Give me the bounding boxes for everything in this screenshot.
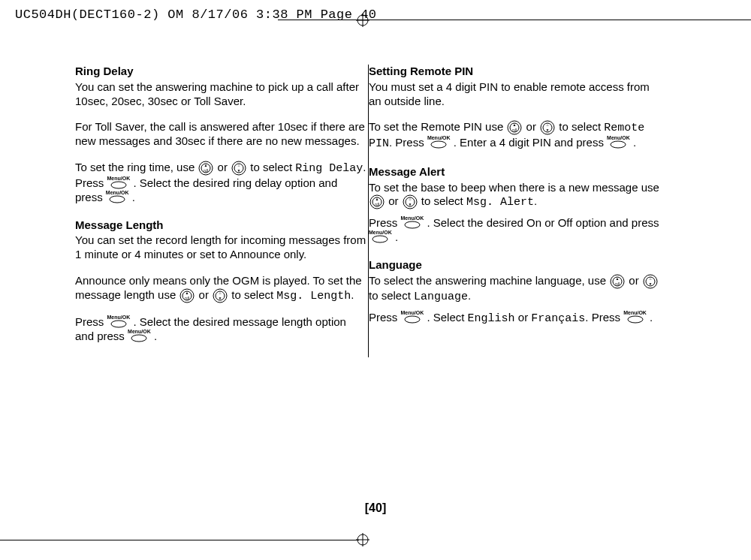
text: You can set the record length for incomi… bbox=[75, 233, 368, 262]
menu-ok-icon: Menu/OK bbox=[107, 315, 131, 328]
text: To set the Remote PIN use ▲rdl or ⌂▼ to … bbox=[369, 120, 662, 152]
menu-ok-icon: Menu/OK bbox=[427, 135, 451, 149]
text-run: Press bbox=[369, 311, 401, 324]
right-column: Setting Remote PIN You must set a 4 digi… bbox=[369, 65, 662, 357]
text-run: . Select the desired On or Off option an… bbox=[424, 216, 659, 229]
section-ring-delay: Ring Delay You can set the answering mac… bbox=[75, 65, 368, 205]
svg-point-44 bbox=[405, 221, 420, 228]
svg-point-24 bbox=[111, 321, 126, 327]
text: For Toll Saver, the call is answered aft… bbox=[75, 120, 368, 149]
text-run: to select bbox=[418, 194, 466, 207]
text-run: . bbox=[647, 311, 653, 324]
text: Press Menu/OK . Select the desired On or… bbox=[369, 216, 662, 245]
menu-ok-icon: Menu/OK bbox=[401, 310, 424, 324]
menu-ok-icon: Menu/OK bbox=[369, 230, 392, 243]
svg-text:▼: ▼ bbox=[408, 202, 412, 206]
svg-text:▼: ▼ bbox=[648, 282, 652, 286]
section-remote-pin: Setting Remote PIN You must set a 4 digi… bbox=[369, 65, 662, 152]
svg-point-35 bbox=[611, 141, 626, 148]
text: Press Menu/OK . Select the desired messa… bbox=[75, 315, 368, 344]
menu-option: Msg. Alert bbox=[466, 196, 534, 209]
svg-text:rdl: rdl bbox=[185, 296, 190, 300]
section-message-alert: Message Alert To set the base to beep wh… bbox=[369, 165, 662, 245]
menu-ok-icon: Menu/OK bbox=[623, 310, 647, 324]
section-language: Language To select the answering machine… bbox=[369, 258, 662, 326]
svg-text:rdl: rdl bbox=[204, 168, 209, 173]
page-number: [40] bbox=[0, 501, 751, 515]
menu-ok-icon: Menu/OK bbox=[401, 215, 424, 229]
text: To set the base to beep when there is a … bbox=[369, 181, 662, 211]
text-run: to select bbox=[228, 288, 276, 301]
text: You can set the answering machine to pic… bbox=[75, 80, 368, 109]
svg-point-15 bbox=[110, 196, 125, 203]
menu-ok-icon: Menu/OK bbox=[107, 176, 131, 189]
svg-text:rdl: rdl bbox=[513, 128, 517, 132]
svg-point-45 bbox=[372, 236, 388, 242]
svg-text:⌂: ⌂ bbox=[649, 276, 651, 281]
svg-text:⌂: ⌂ bbox=[409, 197, 411, 201]
svg-text:▲: ▲ bbox=[376, 197, 379, 201]
svg-text:⌂: ⌂ bbox=[219, 291, 222, 295]
left-column: Ring Delay You can set the answering mac… bbox=[75, 65, 368, 357]
text-run: or bbox=[214, 161, 231, 173]
heading-message-alert: Message Alert bbox=[369, 165, 662, 179]
text-run: or bbox=[195, 288, 212, 301]
down-icon: ⌂▼ bbox=[403, 194, 418, 209]
text-run: to select bbox=[247, 161, 295, 173]
svg-point-34 bbox=[431, 141, 446, 148]
text-run: or bbox=[523, 120, 539, 133]
text-run: . Enter a 4 digit PIN and press bbox=[451, 136, 607, 149]
svg-text:▲: ▲ bbox=[185, 291, 189, 295]
text-run: . Press bbox=[389, 136, 427, 149]
svg-point-54 bbox=[405, 316, 420, 323]
text-run: . bbox=[392, 230, 398, 243]
text: To set the ring time, use ▲rdl or ⌂▼ to … bbox=[75, 161, 368, 205]
svg-text:⌂: ⌂ bbox=[547, 122, 549, 127]
menu-option: Français bbox=[531, 312, 585, 325]
up-rdl-icon: ▲rdl bbox=[369, 194, 385, 209]
text-run: To set the Remote PIN use bbox=[369, 120, 506, 133]
text-run: To set the base to beep when there is a … bbox=[369, 181, 659, 194]
svg-point-25 bbox=[131, 335, 146, 342]
up-rdl-icon: ▲rdl bbox=[179, 288, 195, 303]
up-rdl-icon: ▲rdl bbox=[507, 120, 522, 135]
registration-mark-bottom bbox=[356, 533, 369, 546]
text-run: Press bbox=[369, 216, 401, 229]
up-rdl-icon: ▲rdl bbox=[610, 274, 625, 289]
svg-point-14 bbox=[111, 182, 126, 188]
text-run: To select the answering machine language… bbox=[369, 274, 609, 287]
registration-mark-top bbox=[356, 14, 369, 27]
text-run: . bbox=[129, 191, 135, 203]
svg-point-55 bbox=[628, 316, 643, 323]
menu-ok-icon: Menu/OK bbox=[106, 190, 129, 203]
text-run: . bbox=[151, 330, 157, 342]
text: Announce only means only the OGM is play… bbox=[75, 274, 368, 304]
heading-ring-delay: Ring Delay bbox=[75, 65, 368, 79]
crop-line-top bbox=[278, 20, 751, 20]
menu-ok-icon: Menu/OK bbox=[128, 329, 151, 342]
text-run: . Select bbox=[424, 311, 467, 324]
text-run: . Press bbox=[585, 311, 623, 324]
svg-text:rdl: rdl bbox=[375, 202, 379, 206]
svg-text:▲: ▲ bbox=[204, 163, 208, 167]
text-run: or bbox=[515, 311, 532, 324]
content-columns: Ring Delay You can set the answering mac… bbox=[75, 65, 691, 357]
down-icon: ⌂▼ bbox=[213, 288, 228, 303]
menu-option: Language bbox=[414, 291, 468, 303]
down-icon: ⌂▼ bbox=[540, 120, 555, 135]
menu-option: English bbox=[468, 312, 515, 325]
menu-option: Msg. Length bbox=[276, 290, 351, 303]
text-run: to select bbox=[369, 289, 414, 302]
menu-ok-icon: Menu/OK bbox=[607, 135, 630, 149]
menu-option: Ring Delay bbox=[295, 162, 363, 175]
text-run: To set the ring time, use bbox=[75, 161, 198, 173]
down-icon: ⌂▼ bbox=[231, 161, 246, 176]
up-rdl-icon: ▲rdl bbox=[198, 161, 213, 176]
crop-line-bottom bbox=[0, 540, 359, 540]
svg-text:▼: ▼ bbox=[237, 168, 241, 173]
heading-remote-pin: Setting Remote PIN bbox=[369, 65, 662, 79]
text: Press Menu/OK . Select English or França… bbox=[369, 311, 662, 327]
text-run: Press bbox=[75, 315, 107, 328]
svg-text:rdl: rdl bbox=[615, 282, 620, 286]
svg-text:▼: ▼ bbox=[219, 296, 222, 300]
